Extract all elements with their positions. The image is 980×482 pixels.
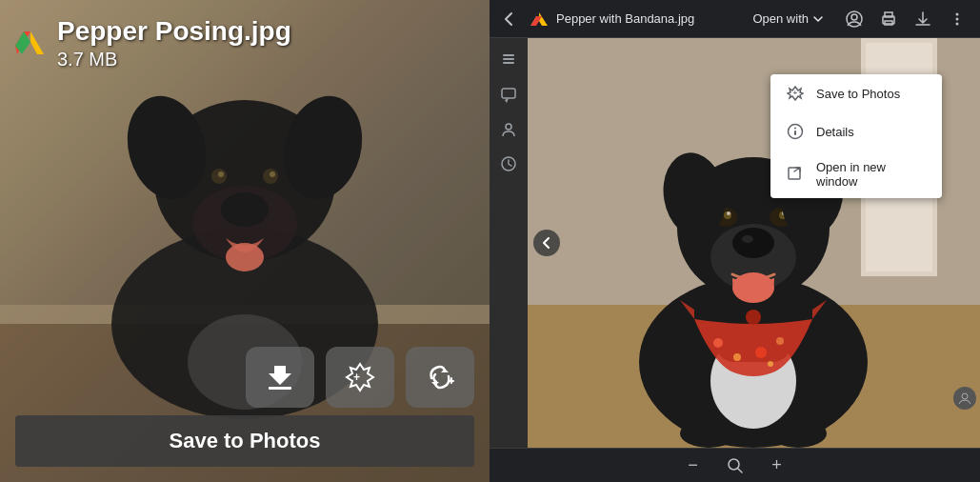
download-icon (263, 360, 297, 394)
svg-point-69 (746, 310, 761, 325)
svg-point-76 (794, 128, 796, 130)
tooltip-bar: Save to Photos (15, 415, 474, 467)
sidebar-icon-3[interactable] (493, 114, 524, 145)
download-button[interactable] (246, 347, 314, 408)
right-body: + Save to Photos Details (490, 38, 980, 448)
svg-point-72 (962, 393, 968, 399)
svg-text:+: + (353, 371, 360, 384)
prev-arrow-icon (540, 236, 553, 250)
svg-point-36 (956, 22, 959, 25)
open-with-button[interactable]: Open with (745, 8, 831, 30)
account-icon (846, 10, 863, 28)
svg-point-68 (768, 361, 773, 367)
download-top-button[interactable] (908, 4, 938, 34)
action-buttons-group: + (246, 347, 474, 408)
svg-point-30 (851, 14, 857, 20)
svg-point-54 (742, 235, 753, 243)
new-window-menu-icon (786, 165, 805, 184)
svg-point-65 (733, 353, 741, 361)
dropdown-new-window[interactable]: Open in new window (770, 151, 942, 198)
svg-rect-32 (885, 12, 892, 17)
svg-marker-19 (269, 366, 291, 385)
save-photos-icon: + (343, 360, 377, 394)
save-photos-button[interactable]: + (326, 347, 394, 408)
svg-rect-75 (794, 131, 796, 135)
right-bottom-bar: − + (490, 448, 980, 482)
photos-plus-button[interactable] (406, 347, 474, 408)
left-file-size: 3.7 MB (57, 49, 291, 70)
svg-rect-33 (885, 21, 892, 25)
right-file-name: Pepper with Bandana.jpg (556, 11, 737, 26)
sidebar-chat-icon (500, 87, 517, 104)
print-icon (880, 10, 897, 28)
svg-point-34 (956, 12, 959, 15)
sidebar-icon-2[interactable] (493, 80, 524, 110)
left-header: Pepper Posing.jpg 3.7 MB (0, 0, 490, 78)
right-topbar: Pepper with Bandana.jpg Open with (490, 0, 980, 38)
drive-logo-icon (15, 29, 46, 59)
topbar-icons (839, 4, 972, 34)
zoom-search-button[interactable] (722, 452, 749, 479)
svg-point-67 (776, 337, 784, 345)
svg-rect-38 (503, 58, 514, 60)
right-panel: Pepper with Bandana.jpg Open with (490, 0, 980, 482)
dropdown-menu: + Save to Photos Details (770, 74, 942, 198)
svg-point-64 (713, 338, 723, 348)
left-actions: + (0, 331, 490, 482)
user-icon (958, 392, 971, 405)
zoom-search-icon (727, 457, 744, 474)
back-arrow-icon (501, 10, 518, 28)
account-button[interactable] (839, 4, 870, 34)
open-with-label: Open with (752, 11, 809, 26)
new-window-label: Open in new window (816, 160, 927, 189)
svg-marker-27 (539, 12, 548, 26)
dropdown-save-photos[interactable]: + Save to Photos (770, 74, 942, 112)
download-top-icon (914, 10, 931, 28)
svg-point-41 (506, 124, 511, 130)
right-sidebar (490, 38, 528, 448)
image-viewer: + Save to Photos Details (528, 38, 980, 448)
svg-point-70 (680, 419, 737, 448)
more-button[interactable] (942, 4, 972, 34)
info-icon (787, 123, 804, 140)
info-menu-icon (786, 122, 805, 141)
svg-rect-39 (503, 54, 514, 56)
photos-add-icon: + (787, 85, 804, 102)
svg-rect-25 (450, 377, 452, 384)
left-content: Pepper Posing.jpg 3.7 MB + (0, 0, 490, 482)
svg-point-66 (755, 347, 767, 358)
sidebar-icon-4[interactable] (493, 149, 524, 179)
drive-small-icon (530, 10, 549, 29)
back-button[interactable] (497, 7, 522, 31)
zoom-out-button[interactable]: − (680, 452, 707, 479)
svg-point-59 (727, 211, 730, 215)
svg-point-53 (732, 228, 774, 258)
svg-marker-23 (431, 382, 439, 386)
save-photos-label: Save to Photos (816, 87, 900, 101)
svg-point-78 (729, 459, 739, 470)
open-new-icon (787, 166, 804, 183)
sidebar-icon-1[interactable] (493, 46, 524, 76)
save-photos-menu-icon: + (786, 84, 805, 103)
svg-rect-20 (269, 387, 291, 390)
svg-marker-22 (441, 369, 449, 372)
left-file-info: Pepper Posing.jpg 3.7 MB (57, 17, 291, 70)
svg-point-35 (956, 17, 959, 20)
svg-text:+: + (793, 89, 798, 97)
left-file-title: Pepper Posing.jpg (57, 17, 291, 47)
left-panel: Pepper Posing.jpg 3.7 MB + (0, 0, 490, 482)
zoom-minus-label: − (688, 455, 698, 475)
more-dots-icon (949, 10, 966, 28)
svg-rect-37 (503, 62, 514, 64)
dropdown-details[interactable]: Details (770, 112, 942, 151)
svg-rect-40 (502, 89, 515, 98)
zoom-in-button[interactable]: + (764, 452, 790, 479)
sidebar-person-icon (500, 121, 517, 138)
details-label: Details (816, 125, 854, 139)
prev-button[interactable] (533, 230, 560, 256)
svg-point-71 (770, 419, 827, 448)
user-avatar[interactable] (953, 387, 976, 410)
chevron-down-icon (812, 13, 824, 25)
print-button[interactable] (873, 4, 904, 34)
sidebar-clock-icon (500, 155, 517, 172)
